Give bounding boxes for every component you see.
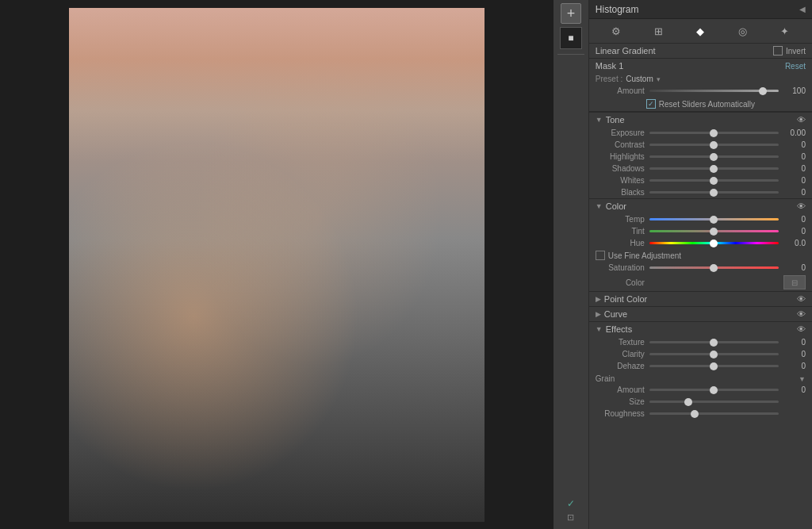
blacks-track[interactable] bbox=[649, 191, 779, 194]
checkmark-icon: ✓ bbox=[648, 100, 654, 108]
curve-section-header[interactable]: ▶ Curve 👁 bbox=[589, 306, 812, 321]
grain-size-label: Size bbox=[596, 397, 645, 406]
effects-sliders: Texture 0 Clarity 0 Dehaze bbox=[589, 336, 812, 372]
color-swatch-button[interactable]: ⊟ bbox=[783, 275, 806, 289]
effects-title: Effects bbox=[606, 324, 632, 334]
mask-strip: + ■ ✓ ⊡ bbox=[553, 0, 589, 529]
grain-amount-thumb[interactable] bbox=[710, 386, 718, 394]
tint-track[interactable] bbox=[649, 230, 779, 232]
panel-scroll-area[interactable]: Linear Gradient Invert Mask 1 Reset Pres… bbox=[589, 44, 812, 529]
grain-size-track[interactable] bbox=[649, 401, 779, 403]
clarity-thumb[interactable] bbox=[710, 351, 718, 358]
fine-adjustment-row: Use Fine Adjustment bbox=[589, 249, 812, 262]
color-visibility-icon[interactable]: 👁 bbox=[797, 201, 806, 211]
whites-thumb[interactable] bbox=[710, 177, 718, 185]
saturation-label: Saturation bbox=[596, 263, 645, 272]
tone-section-header[interactable]: ▼ Tone 👁 bbox=[589, 112, 812, 127]
saturation-thumb[interactable] bbox=[710, 264, 718, 272]
hue-value: 0.0 bbox=[783, 239, 806, 247]
hue-thumb[interactable] bbox=[710, 240, 718, 247]
histogram-collapse-arrow[interactable]: ◀ bbox=[799, 5, 806, 13]
check-icon[interactable]: ✓ bbox=[567, 498, 575, 509]
texture-thumb[interactable] bbox=[710, 339, 718, 347]
saturation-track[interactable] bbox=[649, 266, 779, 269]
dehaze-track[interactable] bbox=[649, 365, 779, 367]
color-section-header[interactable]: ▼ Color 👁 bbox=[589, 198, 812, 213]
hue-label: Hue bbox=[596, 239, 645, 247]
exposure-thumb[interactable] bbox=[710, 129, 718, 137]
hue-track[interactable] bbox=[649, 242, 779, 244]
gradient-type-row: Linear Gradient Invert bbox=[589, 44, 812, 59]
dehaze-label: Dehaze bbox=[596, 362, 645, 370]
temp-thumb[interactable] bbox=[710, 216, 718, 224]
add-mask-button[interactable]: + bbox=[561, 3, 581, 24]
crop-icon[interactable]: ⊞ bbox=[649, 23, 668, 39]
exposure-track[interactable] bbox=[649, 132, 779, 134]
grain-label-row: Grain ▼ bbox=[589, 372, 812, 384]
reset-sliders-checkbox[interactable]: ✓ bbox=[646, 99, 656, 109]
blacks-thumb[interactable] bbox=[710, 189, 718, 197]
grain-amount-slider-row: Amount 0 bbox=[589, 384, 812, 396]
grain-arrow[interactable]: ▼ bbox=[799, 375, 806, 383]
grain-amount-track[interactable] bbox=[649, 389, 779, 391]
clarity-slider-row: Clarity 0 bbox=[589, 348, 812, 360]
detail-icon[interactable]: ✦ bbox=[775, 23, 794, 39]
curve-expand-arrow: ▶ bbox=[596, 310, 601, 318]
reset-button[interactable]: Reset bbox=[785, 62, 806, 71]
tint-value: 0 bbox=[783, 227, 806, 236]
texture-value: 0 bbox=[783, 338, 806, 347]
clarity-track[interactable] bbox=[649, 353, 779, 355]
healing-icon[interactable]: ◎ bbox=[733, 23, 752, 39]
effects-section-header[interactable]: ▼ Effects 👁 bbox=[589, 321, 812, 336]
tone-title: Tone bbox=[606, 115, 625, 125]
strip-divider bbox=[557, 54, 585, 55]
dehaze-thumb[interactable] bbox=[710, 362, 718, 370]
contrast-track[interactable] bbox=[649, 144, 779, 146]
texture-track[interactable] bbox=[649, 341, 779, 343]
preset-row: Preset : Custom ▾ bbox=[589, 73, 812, 85]
invert-label: Invert bbox=[786, 47, 806, 56]
clarity-label: Clarity bbox=[596, 350, 645, 358]
toolbar-icon-row: ⚙ ⊞ ◆ ◎ ✦ bbox=[589, 19, 812, 44]
contrast-thumb[interactable] bbox=[710, 141, 718, 149]
curve-visibility-icon[interactable]: 👁 bbox=[797, 309, 806, 319]
app-layout: + ■ ✓ ⊡ Histogram ◀ ⚙ ⊞ ◆ ◎ ✦ Linear Gra… bbox=[0, 0, 812, 529]
tone-visibility-icon[interactable]: 👁 bbox=[797, 115, 806, 125]
contrast-value: 0 bbox=[783, 140, 806, 149]
fine-adjustment-checkbox[interactable] bbox=[596, 251, 605, 260]
amount-slider-thumb[interactable] bbox=[759, 87, 767, 95]
roughness-thumb[interactable] bbox=[691, 410, 699, 418]
photo-wrapper bbox=[69, 8, 485, 522]
overlay-icon[interactable]: ⊡ bbox=[567, 512, 574, 523]
preset-value[interactable]: Custom bbox=[626, 75, 653, 83]
highlights-track[interactable] bbox=[649, 155, 779, 158]
amount-slider-row: Amount 100 bbox=[589, 85, 812, 97]
highlights-slider-row: Highlights 0 bbox=[589, 151, 812, 163]
point-color-title: Point Color bbox=[604, 294, 647, 304]
dehaze-slider-row: Dehaze 0 bbox=[589, 360, 812, 372]
tint-thumb[interactable] bbox=[710, 228, 718, 236]
masking-icon[interactable]: ◆ bbox=[691, 23, 710, 39]
grain-size-thumb[interactable] bbox=[684, 398, 692, 406]
highlights-thumb[interactable] bbox=[710, 153, 718, 161]
grain-title: Grain bbox=[596, 374, 615, 383]
temp-track[interactable] bbox=[649, 218, 779, 220]
contrast-label: Contrast bbox=[596, 140, 645, 149]
effects-visibility-icon[interactable]: 👁 bbox=[797, 324, 806, 334]
preset-dropdown-arrow[interactable]: ▾ bbox=[657, 75, 661, 83]
adjustments-icon[interactable]: ⚙ bbox=[607, 23, 626, 39]
roughness-label: Roughness bbox=[596, 409, 645, 418]
shadows-thumb[interactable] bbox=[710, 165, 718, 173]
histogram-header: Histogram ◀ bbox=[589, 0, 812, 19]
point-color-visibility-icon[interactable]: 👁 bbox=[797, 294, 806, 304]
contrast-slider-row: Contrast 0 bbox=[589, 139, 812, 151]
roughness-track[interactable] bbox=[649, 412, 779, 415]
amount-slider-track[interactable] bbox=[649, 90, 779, 92]
saturation-slider-row: Saturation 0 bbox=[589, 262, 812, 274]
whites-value: 0 bbox=[783, 176, 806, 185]
grain-size-slider-row: Size bbox=[589, 396, 812, 408]
whites-track[interactable] bbox=[649, 179, 779, 182]
invert-checkbox[interactable] bbox=[773, 46, 783, 56]
point-color-section-header[interactable]: ▶ Point Color 👁 bbox=[589, 291, 812, 306]
shadows-track[interactable] bbox=[649, 167, 779, 170]
